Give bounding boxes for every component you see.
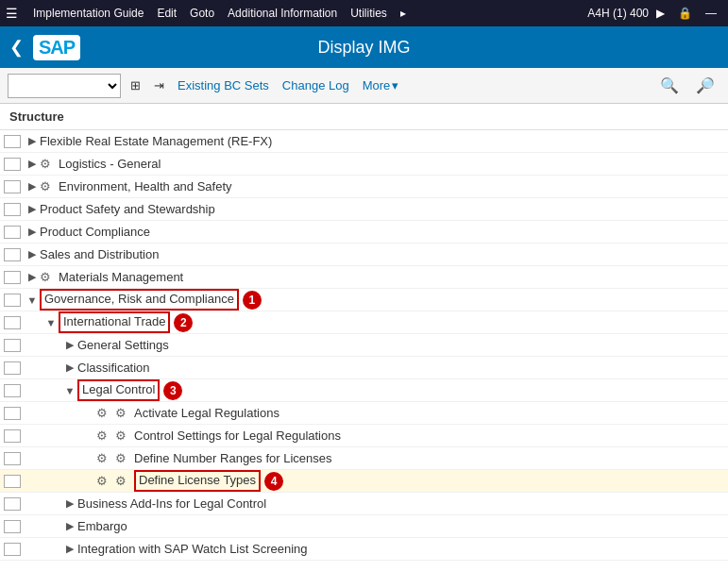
expand-all-button[interactable]: ⊞ — [127, 76, 144, 94]
expand-collapse-icon[interactable]: ▶ — [25, 158, 40, 170]
row-icon-1: ⚙ — [96, 406, 113, 420]
expand-collapse-icon[interactable]: ▶ — [62, 543, 77, 555]
menu-more-arrow[interactable]: ▸ — [395, 5, 412, 22]
row-checkbox[interactable] — [4, 429, 21, 443]
row-checkbox[interactable] — [4, 316, 21, 329]
tree-row[interactable]: ▶Product Safety and Stewardship — [0, 198, 728, 221]
row-checkbox[interactable] — [4, 452, 21, 465]
sap-logo: SAP — [33, 35, 80, 60]
tree-row[interactable]: ⚙⚙Control Settings for Legal Regulations — [0, 425, 728, 447]
more-chevron-icon: ▾ — [392, 78, 398, 92]
expand-collapse-icon[interactable]: ▶ — [62, 361, 77, 374]
expand-collapse-icon[interactable]: ▶ — [25, 135, 40, 147]
lock-icon[interactable]: 🔒 — [672, 5, 698, 22]
row-checkbox[interactable] — [4, 475, 21, 488]
row-checkbox[interactable] — [4, 294, 21, 307]
menu-edit[interactable]: Edit — [151, 5, 182, 22]
expand-collapse-icon[interactable]: ▶ — [25, 180, 40, 193]
row-checkbox[interactable] — [4, 158, 21, 171]
tree-row[interactable]: ▶General Settings — [0, 334, 728, 357]
row-icon-1: ⚙ — [40, 270, 57, 284]
minimize-icon[interactable]: — — [700, 5, 722, 22]
tree-row[interactable]: ▶⚙Environment, Health and Safety — [0, 176, 728, 198]
back-button[interactable]: ❮ — [9, 37, 24, 58]
expand-collapse-icon[interactable]: ▶ — [25, 226, 40, 238]
row-checkbox[interactable] — [4, 497, 21, 511]
row-icon-1: ⚙ — [96, 428, 113, 443]
tree-row[interactable]: ▶Integration with SAP Watch List Screeni… — [0, 538, 728, 561]
row-icon-1: ⚙ — [96, 451, 113, 465]
expand-collapse-icon[interactable]: ▶ — [62, 520, 77, 532]
row-checkbox[interactable] — [4, 135, 21, 148]
change-log-link[interactable]: Change Log — [279, 76, 353, 94]
step-badge: 2 — [174, 313, 193, 332]
collapse-all-icon: ⇥ — [154, 78, 164, 92]
tree-row[interactable]: ⚙⚙Define License Types4 — [0, 470, 728, 493]
row-label: Environment, Health and Safety — [59, 179, 232, 193]
menu-implementation-guide[interactable]: Implementation Guide — [27, 5, 149, 22]
tree-row[interactable]: ▶Classification — [0, 357, 728, 379]
expand-collapse-icon[interactable]: ▼ — [25, 294, 40, 306]
row-checkbox[interactable] — [4, 543, 21, 556]
step-badge: 1 — [243, 291, 262, 310]
row-label: Legal Control — [77, 379, 160, 400]
boxed-label: Define License Types — [134, 470, 261, 491]
more-label: More — [363, 78, 391, 92]
row-checkbox[interactable] — [4, 339, 21, 352]
collapse-all-button[interactable]: ⇥ — [150, 76, 168, 94]
boxed-label: Legal Control — [77, 379, 160, 400]
row-icon-2: ⚙ — [115, 428, 132, 443]
row-label: Product Compliance — [40, 225, 150, 239]
row-label: International Trade — [59, 311, 170, 332]
search-alt-icon: 🔎 — [696, 77, 715, 93]
row-label: Embargo — [77, 519, 127, 533]
row-checkbox[interactable] — [4, 180, 21, 193]
search-button[interactable]: 🔍 — [654, 75, 685, 96]
row-checkbox[interactable] — [4, 361, 21, 375]
row-label: Flexible Real Estate Management (RE-FX) — [40, 134, 272, 148]
row-icon-2: ⚙ — [115, 474, 132, 488]
row-checkbox[interactable] — [4, 271, 21, 284]
row-checkbox[interactable] — [4, 520, 21, 533]
tree-row[interactable]: ▶Product Compliance — [0, 221, 728, 244]
expand-collapse-icon[interactable]: ▶ — [25, 248, 40, 260]
row-checkbox[interactable] — [4, 248, 21, 261]
more-button[interactable]: More ▾ — [359, 76, 403, 94]
expand-collapse-icon[interactable]: ▶ — [25, 271, 40, 283]
hamburger-icon[interactable]: ☰ — [6, 6, 18, 21]
menu-additional-information[interactable]: Additional Information — [222, 5, 343, 22]
play-icon[interactable]: ▶ — [651, 5, 670, 22]
tree-row[interactable]: ▼Legal Control3 — [0, 379, 728, 402]
tree-row[interactable]: ⚙⚙Activate Legal Regulations — [0, 402, 728, 425]
row-label: Define Number Ranges for Licenses — [134, 451, 332, 465]
tree-row[interactable]: ▼Governance, Risk and Compliance1 — [0, 289, 728, 311]
sap-header: ❮ SAP Display IMG — [0, 26, 728, 68]
expand-collapse-icon[interactable]: ▶ — [62, 497, 77, 510]
expand-collapse-icon[interactable]: ▶ — [62, 339, 77, 351]
tree-row[interactable]: ▶Sales and Distribution — [0, 244, 728, 266]
expand-collapse-icon[interactable]: ▼ — [62, 385, 77, 396]
expand-collapse-icon[interactable]: ▶ — [25, 203, 40, 215]
tree-row[interactable]: ▶Embargo — [0, 515, 728, 538]
row-label: Product Safety and Stewardship — [40, 202, 215, 216]
tree-row[interactable]: ▶⚙Materials Management — [0, 266, 728, 289]
menu-utilities[interactable]: Utilities — [345, 5, 393, 22]
expand-collapse-icon[interactable]: ▼ — [43, 317, 59, 328]
existing-bc-sets-link[interactable]: Existing BC Sets — [174, 76, 273, 94]
page-title: Display IMG — [317, 38, 410, 58]
tree-row[interactable]: ▶⚙Logistics - General — [0, 153, 728, 176]
row-label: Logistics - General — [59, 157, 161, 171]
search-alt-button[interactable]: 🔎 — [690, 75, 720, 96]
row-checkbox[interactable] — [4, 226, 21, 239]
row-checkbox[interactable] — [4, 384, 21, 397]
row-checkbox[interactable] — [4, 407, 21, 420]
tree-row[interactable]: ▼International Trade2 — [0, 311, 728, 334]
row-checkbox[interactable] — [4, 203, 21, 216]
sap-logo-text: SAP — [39, 37, 75, 58]
tree-row[interactable]: ⚙⚙Define Number Ranges for Licenses — [0, 447, 728, 470]
menu-goto[interactable]: Goto — [184, 5, 220, 22]
structure-select[interactable] — [8, 74, 121, 98]
structure-header: Structure — [0, 104, 728, 130]
tree-row[interactable]: ▶Business Add-Ins for Legal Control — [0, 493, 728, 515]
tree-row[interactable]: ▶Flexible Real Estate Management (RE-FX) — [0, 130, 728, 153]
